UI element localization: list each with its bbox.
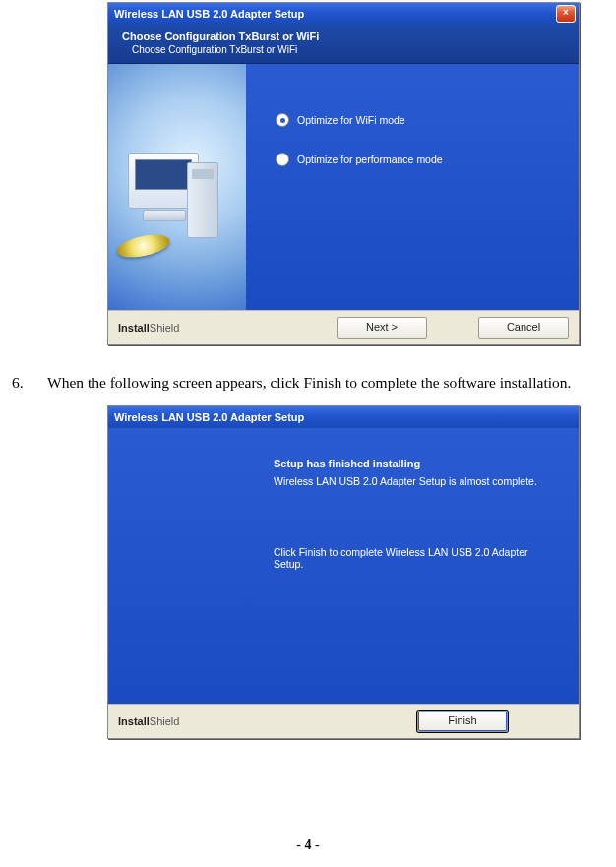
step-text: When the following screen appears, click…: [47, 367, 600, 400]
titlebar: Wireless LAN USB 2.0 Adapter Setup ×: [108, 3, 579, 25]
step-6: 6. When the following screen appears, cl…: [10, 367, 600, 400]
tower-icon: [187, 162, 218, 238]
dialog-body: Setup has finished installing Wireless L…: [108, 428, 579, 704]
sidebar-image: [108, 64, 246, 310]
cancel-button[interactable]: Cancel: [478, 317, 569, 339]
finish-line2: Click Finish to complete Wireless LAN US…: [274, 546, 559, 570]
header-subtitle: Choose Configuration TxBurst or WiFi: [132, 44, 565, 55]
finish-line1: Wireless LAN USB 2.0 Adapter Setup is al…: [274, 475, 559, 487]
installshield-brand: InstallShield: [118, 715, 179, 727]
titlebar: Wireless LAN USB 2.0 Adapter Setup: [108, 406, 579, 428]
radio-performance-mode[interactable]: Optimize for performance mode: [276, 153, 559, 166]
radio-label: Optimize for performance mode: [297, 154, 443, 165]
dialog-footer: InstallShield Finish: [108, 704, 579, 738]
page-number: - 4 -: [0, 837, 616, 853]
step-number: 6.: [10, 367, 47, 400]
installshield-brand: InstallShield: [118, 322, 179, 334]
radio-wifi-mode[interactable]: Optimize for WiFi mode: [276, 113, 559, 127]
finish-button[interactable]: Finish: [417, 711, 508, 732]
dialog-choose-config: Wireless LAN USB 2.0 Adapter Setup × Cho…: [107, 2, 580, 345]
window-title: Wireless LAN USB 2.0 Adapter Setup: [114, 411, 576, 423]
finish-content: Setup has finished installing Wireless L…: [246, 428, 579, 704]
dialog-body: Optimize for WiFi mode Optimize for perf…: [108, 64, 579, 310]
radio-icon: [276, 113, 289, 127]
radio-label: Optimize for WiFi mode: [297, 114, 405, 126]
dialog-header: Choose Configuration TxBurst or WiFi Cho…: [108, 25, 579, 64]
sidebar-image: [108, 428, 246, 704]
next-button[interactable]: Next >: [337, 317, 427, 339]
dialog-finish: Wireless LAN USB 2.0 Adapter Setup Setup…: [107, 405, 580, 739]
window-title: Wireless LAN USB 2.0 Adapter Setup: [114, 8, 556, 20]
disc-icon: [115, 231, 172, 262]
close-icon[interactable]: ×: [556, 5, 576, 23]
header-title: Choose Configuration TxBurst or WiFi: [122, 31, 565, 42]
dialog-footer: InstallShield Next > Cancel: [108, 310, 579, 344]
radio-icon: [276, 153, 289, 166]
finish-heading: Setup has finished installing: [274, 458, 559, 469]
options-area: Optimize for WiFi mode Optimize for perf…: [246, 64, 579, 310]
